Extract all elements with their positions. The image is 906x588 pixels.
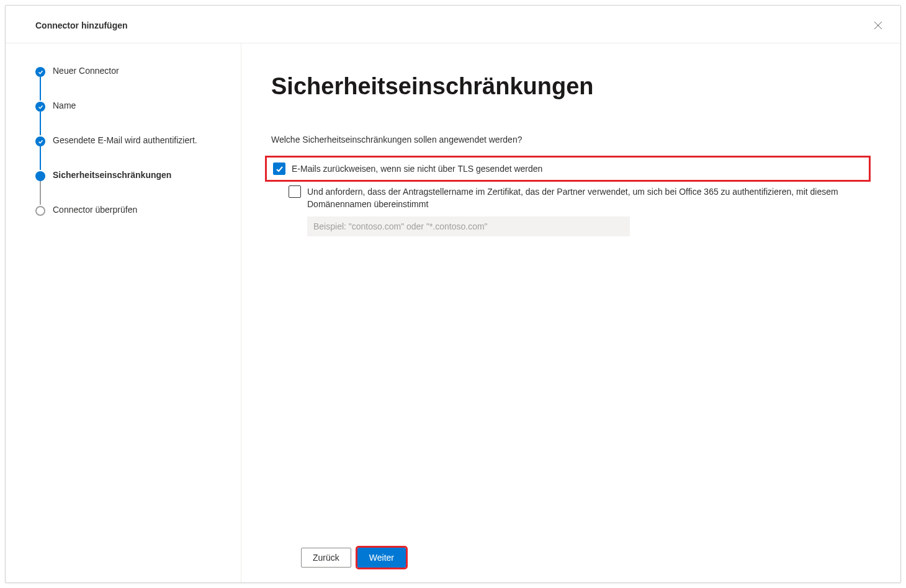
- upcoming-step-icon: [35, 206, 45, 216]
- checkbox-cert-label: Und anfordern, dass der Antragstellernam…: [307, 185, 871, 210]
- back-button[interactable]: Zurück: [301, 548, 351, 568]
- wizard-step-review[interactable]: Connector überprüfen: [35, 205, 226, 239]
- checkbox-tls-row: E-Mails zurückweisen, wenn sie nicht übe…: [265, 156, 871, 182]
- dialog-body: Neuer Connector Name Gesendete E-Mail wi…: [6, 43, 900, 582]
- checkmark-icon: [35, 67, 45, 77]
- content-inner: Sicherheitseinschränkungen Welche Sicher…: [271, 73, 871, 535]
- step-connector: [40, 77, 41, 100]
- dialog-title: Connector hinzufügen: [35, 20, 128, 30]
- step-connector: [40, 112, 41, 135]
- wizard-sidebar: Neuer Connector Name Gesendete E-Mail wi…: [6, 43, 241, 582]
- checkbox-tls-label: E-Mails zurückweisen, wenn sie nicht übe…: [292, 163, 542, 175]
- checkmark-icon: [276, 165, 284, 173]
- page-heading: Sicherheitseinschränkungen: [271, 73, 871, 100]
- step-label: Name: [53, 100, 76, 135]
- step-connector: [40, 146, 41, 170]
- wizard-step-new-connector[interactable]: Neuer Connector: [35, 66, 226, 100]
- add-connector-dialog: Connector hinzufügen Neuer Connector: [5, 5, 901, 583]
- wizard-step-security[interactable]: Sicherheitseinschränkungen: [35, 170, 226, 205]
- current-step-icon: [35, 171, 45, 181]
- security-question: Welche Sicherheitseinschränkungen sollen…: [271, 135, 871, 145]
- wizard-footer: Zurück Weiter: [271, 535, 871, 568]
- next-button[interactable]: Weiter: [357, 548, 406, 568]
- wizard-steps: Neuer Connector Name Gesendete E-Mail wi…: [35, 66, 226, 239]
- wizard-step-name[interactable]: Name: [35, 100, 226, 135]
- domain-name-input[interactable]: [307, 216, 630, 236]
- step-label: Sicherheitseinschränkungen: [53, 170, 171, 205]
- main-content: Sicherheitseinschränkungen Welche Sicher…: [241, 43, 900, 582]
- step-label: Gesendete E-Mail wird authentifiziert.: [53, 135, 197, 170]
- dialog-header: Connector hinzufügen: [6, 6, 900, 43]
- checkmark-icon: [35, 136, 45, 146]
- checkmark-icon: [35, 102, 45, 112]
- step-connector: [40, 181, 41, 205]
- close-icon: [874, 21, 882, 30]
- step-label: Neuer Connector: [53, 66, 119, 100]
- domain-input-wrap: [307, 216, 871, 236]
- wizard-step-auth[interactable]: Gesendete E-Mail wird authentifiziert.: [35, 135, 226, 170]
- close-button[interactable]: [871, 18, 886, 33]
- checkbox-require-cert-subject[interactable]: [289, 185, 301, 198]
- checkbox-reject-non-tls[interactable]: [273, 163, 285, 175]
- step-label: Connector überprüfen: [53, 205, 137, 239]
- checkbox-cert-row: Und anfordern, dass der Antragstellernam…: [289, 185, 871, 210]
